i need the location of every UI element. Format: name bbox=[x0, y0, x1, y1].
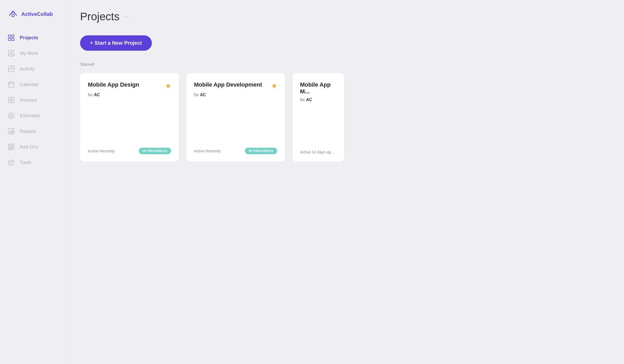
calendar-icon: 7 bbox=[7, 81, 15, 88]
svg-rect-8 bbox=[8, 82, 14, 87]
star-icon-1: ★ bbox=[165, 82, 171, 90]
star-icon-2: ★ bbox=[271, 82, 277, 90]
more-options-button[interactable]: ··· bbox=[125, 13, 131, 20]
sidebar-item-calendar[interactable]: 7 Calendar bbox=[0, 77, 67, 92]
sidebar-item-projects[interactable]: Projects bbox=[0, 30, 67, 45]
card-bottom-2: Active Recently IN PROGRESS bbox=[194, 148, 277, 154]
svg-rect-3 bbox=[8, 38, 11, 41]
project-card-1[interactable]: Mobile App Design ★ for AC Active Recent… bbox=[80, 73, 179, 161]
svg-rect-22 bbox=[10, 132, 10, 133]
sidebar-item-activity[interactable]: Activity bbox=[0, 61, 67, 76]
new-project-button[interactable]: + Start a New Project bbox=[80, 35, 152, 51]
status-badge-1: IN PROGRESS bbox=[139, 148, 171, 154]
estimates-icon bbox=[7, 112, 15, 120]
sidebar-item-label-activity: Activity bbox=[20, 66, 35, 72]
app-name: ActiveCollab bbox=[21, 11, 53, 17]
trash-icon bbox=[7, 159, 15, 166]
sidebar-item-reports[interactable]: Reports bbox=[0, 124, 67, 139]
card-top-3: Mobile App M... bbox=[300, 81, 336, 95]
reports-icon bbox=[7, 127, 15, 135]
card-title-1: Mobile App Design bbox=[88, 81, 165, 88]
card-title-3: Mobile App M... bbox=[300, 81, 336, 95]
logo-area: ActiveCollab bbox=[0, 8, 67, 30]
card-bottom-3: Active 12 days ag... bbox=[300, 150, 336, 154]
card-title-2: Mobile App Development bbox=[194, 81, 271, 88]
nav-menu: Projects My Work Activity bbox=[0, 30, 67, 170]
projects-icon bbox=[7, 34, 15, 42]
svg-point-0 bbox=[12, 14, 14, 17]
sidebar-item-label-trash: Trash bbox=[20, 160, 31, 165]
sidebar-item-add-ons[interactable]: Add-Ons bbox=[0, 139, 67, 154]
page-title: Projects bbox=[80, 10, 120, 23]
svg-rect-23 bbox=[11, 131, 12, 133]
starred-section-label: Starred bbox=[80, 62, 612, 67]
card-bottom-1: Active Recently IN PROGRESS bbox=[88, 148, 171, 154]
project-card-3[interactable]: Mobile App M... for AC Active 12 days ag… bbox=[292, 73, 344, 161]
svg-rect-29 bbox=[9, 161, 14, 165]
card-activity-1: Active Recently bbox=[88, 149, 115, 153]
svg-text:7: 7 bbox=[10, 85, 11, 87]
svg-rect-1 bbox=[8, 35, 11, 37]
svg-rect-24 bbox=[12, 130, 13, 133]
sidebar-item-label-projects: Projects bbox=[20, 35, 38, 41]
svg-rect-28 bbox=[9, 148, 13, 149]
sidebar-item-trash[interactable]: Trash bbox=[0, 155, 67, 170]
card-activity-3: Active 12 days ag... bbox=[300, 150, 334, 154]
sidebar-item-label-my-work: My Work bbox=[20, 51, 38, 56]
card-client-1: for AC bbox=[88, 93, 171, 97]
svg-rect-4 bbox=[12, 38, 14, 41]
sidebar-item-my-work[interactable]: My Work bbox=[0, 46, 67, 61]
card-activity-2: Active Recently bbox=[194, 149, 221, 153]
card-client-2: for AC bbox=[194, 93, 277, 97]
svg-rect-26 bbox=[9, 145, 11, 147]
activity-icon bbox=[7, 65, 15, 73]
svg-rect-27 bbox=[11, 145, 13, 147]
add-ons-icon bbox=[7, 143, 15, 151]
page-header: Projects ··· bbox=[80, 10, 612, 23]
svg-text:$: $ bbox=[10, 99, 12, 101]
logo-icon bbox=[7, 8, 19, 20]
project-cards-row: Mobile App Design ★ for AC Active Recent… bbox=[80, 73, 612, 161]
sidebar-item-invoices[interactable]: $ Invoices bbox=[0, 93, 67, 108]
sidebar-item-label-calendar: Calendar bbox=[20, 82, 39, 87]
sidebar-item-estimates[interactable]: Estimates bbox=[0, 108, 67, 123]
invoices-icon: $ bbox=[7, 96, 15, 104]
sidebar-item-label-reports: Reports bbox=[20, 129, 36, 134]
status-badge-2: IN PROGRESS bbox=[245, 148, 277, 154]
sidebar-item-label-invoices: Invoices bbox=[20, 98, 37, 103]
sidebar-item-label-add-ons: Add-Ons bbox=[20, 144, 38, 150]
project-card-2[interactable]: Mobile App Development ★ for AC Active R… bbox=[186, 73, 285, 161]
sidebar-item-label-estimates: Estimates bbox=[20, 113, 40, 119]
svg-point-20 bbox=[11, 115, 12, 116]
main-content: Projects ··· + Start a New Project Starr… bbox=[68, 0, 624, 364]
my-work-icon bbox=[7, 49, 15, 57]
card-top-2: Mobile App Development ★ bbox=[194, 81, 277, 90]
card-top-1: Mobile App Design ★ bbox=[88, 81, 171, 90]
svg-rect-2 bbox=[12, 35, 14, 37]
sidebar: ActiveCollab Projects bbox=[0, 0, 68, 364]
card-client-3: for AC bbox=[300, 98, 336, 102]
svg-point-6 bbox=[10, 52, 12, 54]
